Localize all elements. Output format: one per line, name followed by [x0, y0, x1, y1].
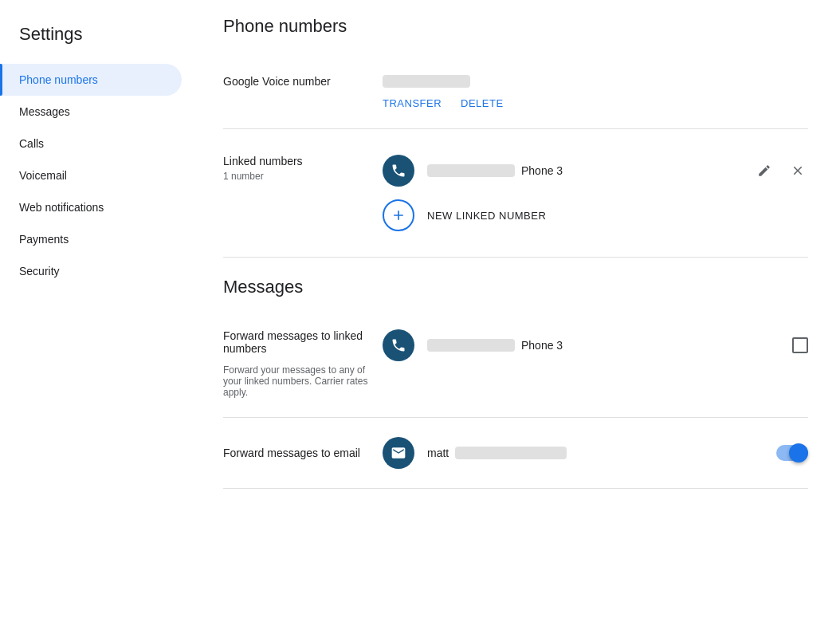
sidebar-item-messages[interactable]: Messages — [0, 96, 182, 128]
transfer-link[interactable]: TRANSFER — [383, 97, 442, 109]
forward-linked-checkbox[interactable] — [792, 337, 808, 353]
divider-2 — [223, 257, 808, 258]
divider-1 — [223, 128, 808, 129]
toggle-thumb — [789, 443, 808, 463]
sidebar-item-voicemail[interactable]: Voicemail — [0, 159, 182, 191]
sidebar: Settings Phone numbers Messages Calls Vo… — [0, 0, 191, 622]
linked-phone-entry: Phone 3 — [383, 155, 808, 187]
forward-linked-label-col: Forward messages to linked numbers Forwa… — [223, 329, 383, 398]
forward-linked-description: Forward your messages to any of your lin… — [223, 364, 383, 398]
page-title: Phone numbers — [223, 16, 808, 37]
divider-3 — [223, 417, 808, 418]
sidebar-item-security[interactable]: Security — [0, 255, 182, 287]
plus-icon — [391, 207, 406, 223]
edit-icon — [757, 163, 771, 178]
forward-linked-label: Forward messages to linked numbers — [223, 329, 383, 355]
forward-linked-phone-label: Phone 3 — [521, 339, 563, 352]
forward-linked-info: Phone 3 — [427, 339, 779, 352]
forward-email-prefix: matt — [427, 447, 449, 459]
linked-numbers-label: Linked numbers 1 number — [223, 155, 383, 182]
remove-linked-button[interactable] — [787, 160, 808, 181]
linked-info: Phone 3 — [427, 164, 741, 177]
main-content: Phone numbers Google Voice number TRANSF… — [191, 0, 840, 622]
messages-section: Messages Forward messages to linked numb… — [223, 277, 808, 489]
linked-phone-label: Phone 3 — [521, 164, 563, 177]
app-title: Settings — [0, 16, 191, 64]
forward-linked-phone: Phone 3 — [383, 329, 808, 361]
forward-phone-icon-circle — [383, 329, 414, 361]
sidebar-item-label: Phone numbers — [19, 73, 98, 86]
sidebar-item-label: Messages — [19, 105, 70, 118]
sidebar-item-label: Payments — [19, 233, 69, 246]
google-voice-actions: TRANSFER DELETE — [383, 97, 808, 109]
linked-numbers-count: 1 number — [223, 171, 383, 182]
forward-linked-row: Forward messages to linked numbers Forwa… — [223, 317, 808, 411]
close-icon — [791, 163, 805, 178]
google-voice-content: TRANSFER DELETE — [383, 75, 808, 109]
sidebar-item-web-notifications[interactable]: Web notifications — [0, 191, 182, 223]
forward-email-label: Forward messages to email — [223, 447, 383, 459]
forward-email-blurred — [455, 447, 567, 459]
sidebar-item-payments[interactable]: Payments — [0, 223, 182, 255]
google-voice-row: Google Voice number TRANSFER DELETE — [223, 62, 808, 122]
sidebar-item-label: Security — [19, 265, 60, 278]
forward-linked-content: Phone 3 — [383, 329, 808, 374]
forward-email-row: Forward messages to email matt — [223, 424, 808, 482]
forward-email-info: matt — [427, 447, 763, 459]
new-linked-number[interactable]: NEW LINKED NUMBER — [383, 199, 808, 231]
linked-numbers-row: Linked numbers 1 number Phone 3 — [223, 136, 808, 244]
edit-linked-button[interactable] — [754, 160, 775, 181]
sidebar-item-calls[interactable]: Calls — [0, 128, 182, 159]
google-voice-number — [383, 75, 470, 88]
new-linked-label: NEW LINKED NUMBER — [427, 210, 546, 222]
forward-email-entry: matt — [383, 437, 808, 469]
sidebar-item-label: Web notifications — [19, 201, 104, 214]
sidebar-item-label: Calls — [19, 137, 44, 150]
forward-phone-icon — [391, 337, 406, 353]
forward-linked-number-blurred — [427, 339, 515, 352]
forward-email-toggle[interactable] — [776, 443, 808, 463]
email-icon-circle — [383, 437, 414, 469]
linked-phone-icon — [383, 155, 414, 187]
forward-email-content: matt — [383, 437, 808, 469]
messages-title: Messages — [223, 277, 808, 297]
sidebar-item-phone-numbers[interactable]: Phone numbers — [0, 64, 182, 96]
linked-numbers-content: Phone 3 — [383, 155, 808, 231]
sidebar-item-label: Voicemail — [19, 169, 67, 182]
divider-4 — [223, 488, 808, 489]
email-icon — [391, 445, 406, 461]
google-voice-label: Google Voice number — [223, 75, 383, 88]
plus-circle-icon — [383, 199, 414, 231]
delete-link[interactable]: DELETE — [461, 97, 504, 109]
linked-number-blurred — [427, 164, 515, 177]
phone-icon — [391, 163, 406, 179]
